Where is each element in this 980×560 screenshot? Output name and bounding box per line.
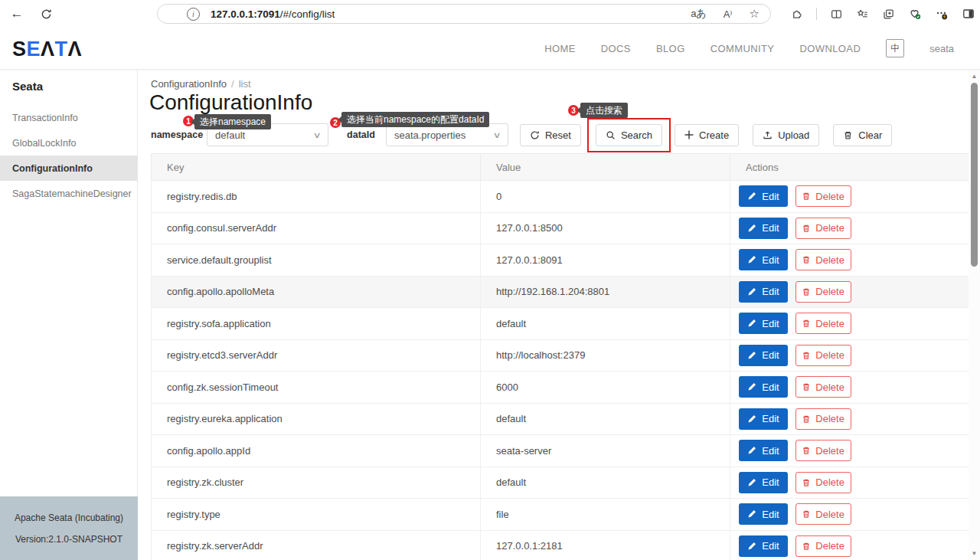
annotation-tooltip-3: 点击搜索 [580,103,628,118]
reset-button[interactable]: Reset [520,124,581,146]
value-cell: 127.0.0.1:8091 [481,244,730,277]
edit-button[interactable]: Edit [739,281,788,303]
edit-button[interactable]: Edit [739,249,788,270]
value-cell: 127.0.0.1:2181 [481,530,730,560]
delete-button[interactable]: Delete [795,249,851,270]
edit-button[interactable]: Edit [739,535,788,557]
extensions-icon[interactable] [790,8,803,21]
back-icon[interactable]: ← [6,0,28,28]
delete-button[interactable]: Delete [795,440,851,461]
edit-button[interactable]: Edit [739,345,788,366]
nav-item-download[interactable]: DOWNLOAD [799,43,861,54]
table-row: registry.redis.db 0 Edit Delete [152,181,969,213]
sidebar-item-configurationinfo[interactable]: ConfigurationInfo [0,156,137,181]
table-row: service.default.grouplist 127.0.0.1:8091… [152,244,969,277]
breadcrumb-root[interactable]: ConfigurationInfo [151,78,227,90]
table-row: config.apollo.appId seata-server Edit De… [152,435,969,467]
table-row: registry.zk.cluster default Edit Delete [152,467,969,499]
edit-button[interactable]: Edit [739,440,788,461]
actions-cell: Edit Delete [730,435,969,467]
favorite-star-icon[interactable]: ☆ [750,7,760,21]
sidebar-item-globallockinfo[interactable]: GlobalLockInfo [0,130,137,156]
table-row: config.consul.serverAddr 127.0.0.1:8500 … [152,212,969,244]
actions-cell: Edit Delete [730,372,969,404]
main-content: ConfigurationInfo/list ConfigurationInfo… [139,69,969,560]
translate-icon[interactable]: aあ [691,7,707,21]
logo-letter: T [55,38,68,61]
breadcrumb-leaf: list [239,78,251,90]
edit-button[interactable]: Edit [739,185,788,207]
delete-button[interactable]: Delete [795,185,851,207]
url-host: 127.0.0.1:7091 [211,8,280,20]
address-bar[interactable]: i 127.0.0.1:7091/#/config/list aあ A⁾ ☆ [157,4,771,24]
page-title: ConfigurationInfo [149,90,312,115]
edit-button[interactable]: Edit [739,218,788,239]
delete-button[interactable]: Delete [795,218,851,239]
delete-button[interactable]: Delete [795,503,851,525]
table-row: config.apollo.apolloMeta http://192.168.… [152,276,969,308]
delete-button[interactable]: Delete [795,345,851,366]
search-button[interactable]: Search [596,124,662,146]
column-header-key: Key [152,154,481,181]
table-row: registry.zk.serverAddr 127.0.0.1:2181 Ed… [152,530,969,560]
split-screen-icon[interactable] [830,8,843,21]
upload-button[interactable]: Upload [753,124,819,146]
key-cell: registry.eureka.application [152,403,481,435]
delete-button[interactable]: Delete [795,313,851,334]
delete-button[interactable]: Delete [795,408,851,430]
edit-button[interactable]: Edit [739,376,788,398]
annotation-tooltip-2: 选择当前namespace的配置dataId [341,112,489,127]
edit-button[interactable]: Edit [739,313,788,334]
create-button[interactable]: Create [675,124,739,146]
scroll-up-icon[interactable]: ▲ [969,70,980,81]
nav-item-docs[interactable]: DOCS [601,43,631,54]
site-info-icon[interactable]: i [187,8,200,21]
browser-essentials-icon[interactable] [908,7,922,21]
delete-button[interactable]: Delete [795,376,851,398]
edit-button[interactable]: Edit [739,472,788,493]
language-toggle-button[interactable]: 中 [886,39,904,57]
actions-cell: Edit Delete [730,276,969,308]
main-nav: HOMEDOCSBLOGCOMMUNITYDOWNLOAD中seata [544,28,954,69]
nav-item-home[interactable]: HOME [544,43,576,54]
table-row: registry.eureka.application default Edit… [152,403,969,435]
nav-item-blog[interactable]: BLOG [656,43,685,54]
settings-more-icon[interactable] [935,7,949,21]
delete-button[interactable]: Delete [795,535,851,557]
actions-cell: Edit Delete [730,499,969,531]
sidebar-title: Seata [0,69,137,105]
actions-cell: Edit Delete [730,308,969,340]
value-cell: file [481,499,730,531]
value-cell: http://192.168.1.204:8801 [481,276,730,308]
url-text[interactable]: 127.0.0.1:7091/#/config/list [211,8,335,20]
sidebar: Seata TransactionInfoGlobalLockInfoConfi… [0,69,138,560]
logo-letter: E [27,38,41,61]
annotation-highlight-box: Search [587,118,671,152]
key-cell: config.consul.serverAddr [152,212,481,244]
refresh-icon[interactable] [35,0,57,28]
sidebar-item-sagastatemachinedesigner[interactable]: SagaStatemachineDesigner [0,181,137,206]
favorites-bar-icon[interactable] [856,8,869,21]
page-scrollbar[interactable]: ▲ ▼ [969,69,980,560]
value-cell: http://localhost:2379 [481,339,730,372]
project-name: Apache Seata (Incubating) [15,513,123,523]
sidebar-item-transactioninfo[interactable]: TransactionInfo [0,105,137,130]
nav-item-community[interactable]: COMMUNITY [710,43,775,54]
delete-button[interactable]: Delete [795,281,851,303]
column-header-actions: Actions [730,154,969,181]
scrollbar-thumb[interactable] [971,83,978,267]
read-aloud-icon[interactable]: A⁾ [724,8,733,20]
collections-icon[interactable] [882,8,895,21]
key-cell: config.apollo.appId [152,435,481,467]
edit-button[interactable]: Edit [739,503,788,525]
clear-button[interactable]: Clear [833,124,892,146]
scroll-down-icon[interactable]: ▼ [969,548,980,558]
actions-cell: Edit Delete [730,403,969,435]
key-cell: config.zk.sessionTimeout [152,372,481,404]
sidebar-panel-icon[interactable] [962,7,975,21]
edit-button[interactable]: Edit [739,408,788,430]
user-menu[interactable]: seata [929,43,954,54]
logo-letter: Λ [41,38,55,61]
seata-logo[interactable]: SEΛTΛ [12,38,82,61]
delete-button[interactable]: Delete [795,472,851,493]
